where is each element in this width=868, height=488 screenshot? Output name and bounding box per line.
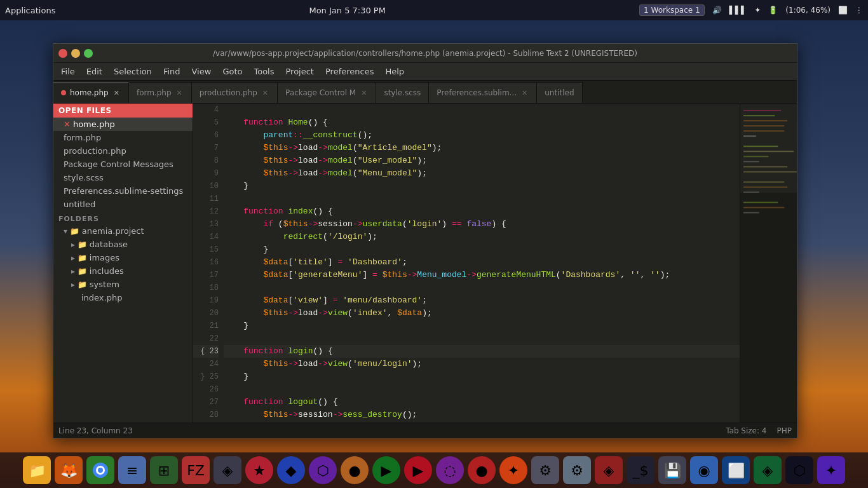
strike-icon[interactable]: ✦ <box>817 456 845 484</box>
menu-tools[interactable]: Tools <box>248 65 279 78</box>
tab-package-control[interactable]: Package Control M ✕ <box>278 82 376 103</box>
menu-help[interactable]: Help <box>380 65 409 78</box>
sidebar-folder-includes[interactable]: ▸ 📁 includes <box>53 264 193 278</box>
app14-icon[interactable]: ● <box>468 456 496 484</box>
workspace-badge[interactable]: 1 Workspace 1 <box>639 4 705 16</box>
folder-images-label: images <box>90 253 119 262</box>
menu-goto[interactable]: Goto <box>217 65 247 78</box>
monitor-icon[interactable]: ⬜ <box>722 456 750 484</box>
sidebar-file-index-php[interactable]: index.php <box>53 291 193 304</box>
tab-untitled[interactable]: untitled <box>537 82 582 103</box>
tab-preferences[interactable]: Preferences.sublim... ✕ <box>429 82 537 103</box>
tab-form-php-close[interactable]: ✕ <box>175 88 184 98</box>
top-bar-left: Applications <box>5 6 55 15</box>
sidebar-folder-database[interactable]: ▸ 📁 database <box>53 238 193 251</box>
tab-form-php[interactable]: form.php ✕ <box>129 82 192 103</box>
app15-icon[interactable]: ✦ <box>499 456 527 484</box>
sidebar-file-form-php[interactable]: form.php <box>53 131 193 144</box>
sidebar-file-production-php[interactable]: production.php <box>53 144 193 158</box>
green-app-icon[interactable]: ◈ <box>754 456 782 484</box>
floppy-icon[interactable]: 💾 <box>658 456 686 484</box>
menu-preferences[interactable]: Preferences <box>320 65 379 78</box>
sidebar-folder-anemia-project[interactable]: ▾ 📁 anemia.project <box>53 224 193 238</box>
menu-project[interactable]: Project <box>280 65 318 78</box>
code-content[interactable]: function Home() { parent::__construct();… <box>221 104 740 423</box>
firefox-icon[interactable]: 🦊 <box>55 456 83 484</box>
volume-icon[interactable]: 🔊 <box>712 6 722 15</box>
app8-icon[interactable]: ◆ <box>277 456 305 484</box>
app11-icon[interactable]: ▶ <box>372 456 400 484</box>
sidebar-file-style-scss[interactable]: style.scss <box>53 171 193 184</box>
minimap-svg <box>740 104 797 423</box>
line-num-25: } 25 <box>193 370 219 383</box>
app9-icon[interactable]: ⬡ <box>309 456 337 484</box>
code-line-7: $this->load->model("Article_model"); <box>224 142 740 154</box>
battery-icon: 🔋 <box>768 6 778 15</box>
menu-view[interactable]: View <box>187 65 217 78</box>
line-num-26: 26 <box>193 383 219 396</box>
app7-icon[interactable]: ★ <box>245 456 273 484</box>
line-num-5: 5 <box>193 116 219 129</box>
terminal-icon[interactable]: _$ <box>627 456 654 484</box>
tab-production-php[interactable]: production.php ✕ <box>192 82 278 103</box>
app18-icon[interactable]: ◈ <box>595 456 623 484</box>
app10-icon[interactable]: ● <box>341 456 369 484</box>
status-bar: Line 23, Column 23 Tab Size: 4 PHP <box>53 423 797 438</box>
display-icon: ⬜ <box>838 6 848 15</box>
sidebar-folder-images[interactable]: ▸ 📁 images <box>53 251 193 264</box>
tab-package-control-close[interactable]: ✕ <box>360 88 368 98</box>
applications-label[interactable]: Applications <box>5 6 55 15</box>
line-num-13: 13 <box>193 218 219 231</box>
wifi-icon[interactable]: ◉ <box>690 456 718 484</box>
docs-icon[interactable]: ≡ <box>118 456 146 484</box>
filezilla-icon[interactable]: FZ <box>182 456 210 484</box>
close-button[interactable] <box>58 49 67 58</box>
menu-icon[interactable]: ⋮ <box>855 6 863 15</box>
app12-icon[interactable]: ▶ <box>404 456 432 484</box>
code-line-27: function logout() { <box>224 396 740 409</box>
tab-preferences-close[interactable]: ✕ <box>520 88 529 98</box>
sidebar-file-home-php[interactable]: ✕home.php <box>53 118 193 131</box>
code-line-12: function index() { <box>224 205 740 218</box>
tab-home-php-close[interactable]: ✕ <box>112 88 121 98</box>
menu-bar: File Edit Selection Find View Goto Tools… <box>53 63 797 81</box>
tab-style-scss[interactable]: style.scss <box>376 82 429 103</box>
code-line-10: } <box>224 180 740 193</box>
menu-selection[interactable]: Selection <box>109 65 157 78</box>
tab-size[interactable]: Tab Size: 4 <box>726 426 766 435</box>
menu-edit[interactable]: Edit <box>81 65 107 78</box>
line-num-9: 9 <box>193 167 219 180</box>
minimize-button[interactable] <box>71 49 80 58</box>
desktop: Applications Mon Jan 5 7:30 PM 1 Workspa… <box>0 0 868 488</box>
code-line-23: function login() { <box>224 345 740 358</box>
search-app-icon[interactable]: ◈ <box>214 456 241 484</box>
app16-icon[interactable]: ⚙ <box>531 456 559 484</box>
tab-home-php[interactable]: home.php ✕ <box>53 82 129 103</box>
top-bar-center: Mon Jan 5 7:30 PM <box>309 6 386 15</box>
app17-icon[interactable]: ⚙ <box>563 456 591 484</box>
tab-production-php-close[interactable]: ✕ <box>261 88 269 98</box>
folder-icon: ▸ 📁 <box>71 240 87 249</box>
chrome-icon[interactable] <box>86 456 114 484</box>
dark-app-icon[interactable]: ⬡ <box>785 456 813 484</box>
line-numbers: 4 5 6 7 8 9 10 11 12 13 14 15 16 17 18 1… <box>193 104 221 423</box>
language-label[interactable]: PHP <box>777 426 792 435</box>
files-icon[interactable]: 📁 <box>23 456 51 484</box>
app13-icon[interactable]: ◌ <box>436 456 464 484</box>
editor-area[interactable]: 4 5 6 7 8 9 10 11 12 13 14 15 16 17 18 1… <box>193 104 797 423</box>
sidebar-folder-system[interactable]: ▸ 📁 system <box>53 278 193 291</box>
workspace-num: 1 <box>644 6 649 15</box>
sheets-icon[interactable]: ⊞ <box>150 456 178 484</box>
sidebar-file-untitled[interactable]: untitled <box>53 198 193 211</box>
menu-find[interactable]: Find <box>158 65 186 78</box>
maximize-button[interactable] <box>84 49 93 58</box>
sidebar-file-package-control[interactable]: Package Control Messages <box>53 158 193 171</box>
line-num-11: 11 <box>193 193 219 205</box>
svg-rect-19 <box>740 104 797 193</box>
tab-production-php-label: production.php <box>200 88 257 97</box>
menu-file[interactable]: File <box>56 65 80 78</box>
line-num-23: { 23 <box>193 345 219 358</box>
code-line-14: redirect('/login'); <box>224 231 740 243</box>
sidebar-file-preferences[interactable]: Preferences.sublime-settings <box>53 184 193 198</box>
folder-system-label: system <box>90 280 119 289</box>
